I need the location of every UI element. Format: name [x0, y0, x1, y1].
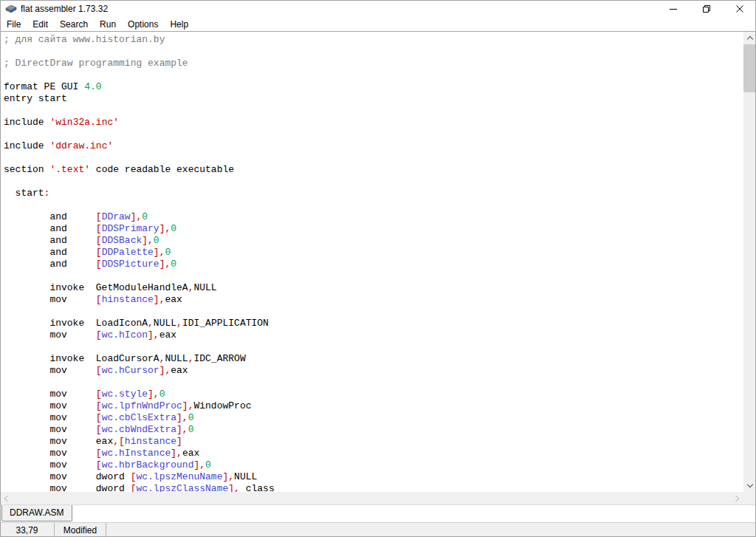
code-line: mov [wc.lpfnWndProc],WindowProc [4, 400, 743, 412]
menu-bar: FileEditSearchRunOptionsHelp [0, 17, 756, 32]
code-line [4, 199, 743, 211]
scroll-up-button[interactable] [743, 32, 756, 44]
code-line: and [DDSPrimary],0 [4, 223, 743, 235]
code-line: mov [wc.hbrBackground],0 [4, 459, 743, 471]
code-line: start: [4, 188, 743, 199]
menu-item-search[interactable]: Search [54, 17, 94, 31]
scroll-right-button[interactable] [731, 492, 743, 504]
code-line: section '.text' code readable executable [4, 164, 743, 176]
code-line: mov [wc.cbClsExtra],0 [4, 412, 743, 424]
menu-item-edit[interactable]: Edit [27, 17, 54, 31]
window-controls [656, 0, 756, 17]
menu-item-run[interactable]: Run [94, 17, 122, 31]
title-bar[interactable]: flat assembler 1.73.32 [0, 0, 756, 17]
code-line: mov [wc.hIcon],eax [4, 329, 743, 341]
close-icon [736, 5, 743, 13]
chevron-right-icon [733, 495, 739, 501]
code-line: mov [wc.style],0 [4, 389, 743, 400]
status-spacer [106, 523, 756, 537]
restore-icon [703, 5, 710, 13]
scroll-down-button[interactable] [743, 479, 756, 492]
code-line [4, 129, 743, 140]
cursor-position: 33,79 [0, 523, 55, 537]
restore-button[interactable] [690, 0, 723, 17]
code-line: mov dword [wc.lpszMenuName],NULL [4, 471, 743, 483]
menu-item-options[interactable]: Options [122, 17, 164, 31]
chevron-up-icon [746, 36, 752, 42]
window-title: flat assembler 1.73.32 [21, 4, 108, 14]
vertical-scrollbar[interactable] [743, 32, 756, 492]
horizontal-scrollbar[interactable] [0, 492, 743, 504]
code-line [4, 176, 743, 188]
code-line: mov dword [wc.lpszClassName], class [4, 483, 743, 492]
close-button[interactable] [723, 0, 756, 17]
code-line: mov [wc.hCursor],eax [4, 365, 743, 377]
code-line [4, 377, 743, 389]
code-line: and [DDraw],0 [4, 211, 743, 223]
code-line [4, 105, 743, 117]
code-line: include 'win32a.inc' [4, 117, 743, 129]
code-line: invoke LoadCursorA,NULL,IDC_ARROW [4, 353, 743, 365]
code-line: invoke GetModuleHandleA,NULL [4, 282, 743, 294]
code-line [4, 270, 743, 282]
code-line [4, 341, 743, 353]
chevron-down-icon [746, 482, 752, 488]
code-line: and [DDSPicture],0 [4, 259, 743, 270]
scrollbar-corner [743, 492, 756, 504]
code-line [4, 152, 743, 164]
code-line: ; DirectDraw programming example [4, 58, 743, 69]
code-line [4, 69, 743, 81]
code-line [4, 306, 743, 318]
fasm-window: flat assembler 1.73.32 FileEditSearchRun… [0, 0, 756, 537]
chevron-left-icon [4, 495, 10, 501]
code-line: include 'ddraw.inc' [4, 140, 743, 152]
modified-status: Modified [55, 523, 106, 537]
minimize-icon [670, 5, 677, 13]
menu-item-file[interactable]: File [1, 17, 27, 31]
code-line: ; для сайта www.historian.by [4, 34, 743, 46]
tab-ddraw-asm[interactable]: DDRAW.ASM [1, 505, 72, 521]
vertical-scroll-thumb[interactable] [743, 44, 756, 92]
code-line: and [DDPalette],0 [4, 247, 743, 259]
code-line: entry start [4, 93, 743, 105]
fasm-app-icon [5, 3, 17, 15]
code-line: mov [wc.hInstance],eax [4, 448, 743, 459]
tab-bar: DDRAW.ASM [0, 504, 756, 522]
scroll-left-button[interactable] [0, 492, 13, 504]
code-line: mov [hinstance],eax [4, 294, 743, 306]
code-line: invoke LoadIconA,NULL,IDI_APPLICATION [4, 318, 743, 329]
code-line: format PE GUI 4.0 [4, 81, 743, 93]
code-editor[interactable]: ; для сайта www.historian.by; DirectDraw… [1, 32, 743, 492]
editor-area: ; для сайта www.historian.by; DirectDraw… [0, 32, 756, 504]
status-bar: 33,79 Modified [0, 522, 756, 537]
menu-item-help[interactable]: Help [164, 17, 194, 31]
code-line: mov [wc.cbWndExtra],0 [4, 424, 743, 436]
code-line [4, 46, 743, 58]
code-line: mov eax,[hinstance] [4, 436, 743, 448]
code-line: and [DDSBack],0 [4, 235, 743, 247]
minimize-button[interactable] [656, 0, 690, 17]
